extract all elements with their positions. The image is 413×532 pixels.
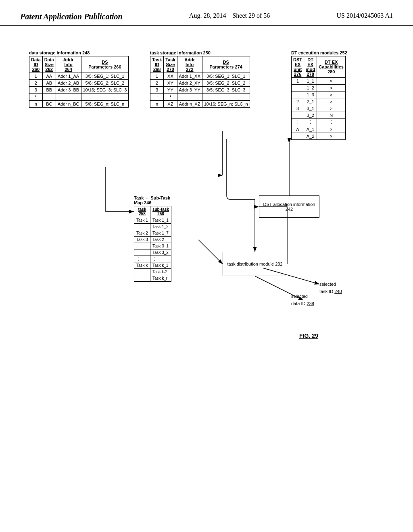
publication-title: Patent Application Publication [20, 12, 123, 21]
publication-number: US 2014/0245063 A1 [336, 12, 393, 19]
diagram-arrows [25, 42, 388, 357]
diagram-container: data storage information 248 DataID260 D… [25, 42, 388, 506]
main-content: data storage information 248 DataID260 D… [0, 26, 413, 522]
publication-date-sheet: Aug. 28, 2014 Sheet 29 of 56 [189, 12, 270, 19]
page-header: Patent Application Publication Aug. 28, … [0, 0, 413, 26]
